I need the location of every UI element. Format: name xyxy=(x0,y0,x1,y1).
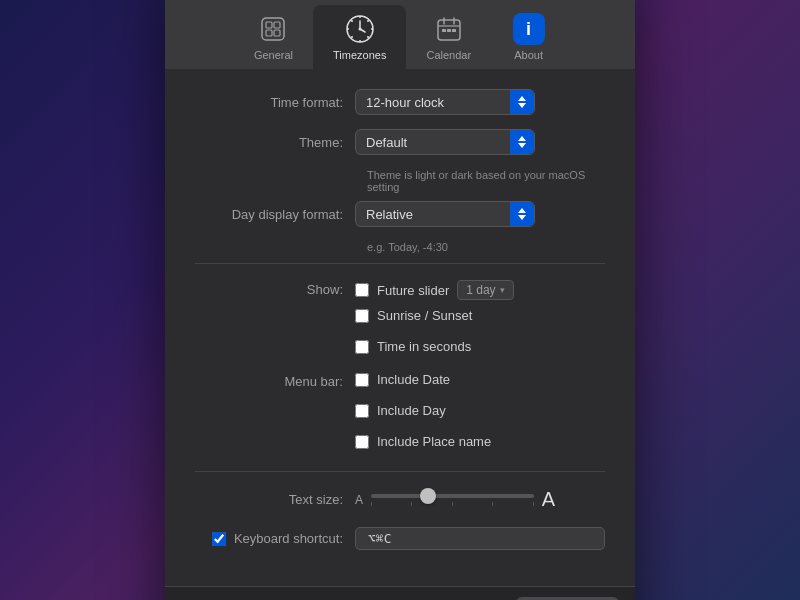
time-seconds-label: Time in seconds xyxy=(377,339,471,354)
svg-rect-2 xyxy=(274,22,280,28)
keyboard-shortcut-control: ⌥⌘C xyxy=(355,527,605,550)
day-badge[interactable]: 1 day ▾ xyxy=(457,280,513,300)
theme-arrow-up xyxy=(518,136,526,141)
future-slider-row: Future slider 1 day ▾ xyxy=(355,280,514,300)
future-slider-checkbox[interactable] xyxy=(355,283,369,297)
arrow-down-icon xyxy=(518,103,526,108)
text-size-small-a: A xyxy=(355,493,363,507)
sunrise-sunset-label: Sunrise / Sunset xyxy=(377,308,472,323)
text-size-large-a: A xyxy=(542,488,555,511)
calendar-icon xyxy=(433,13,465,45)
day-display-control: Relative xyxy=(355,201,605,227)
svg-point-11 xyxy=(367,20,369,22)
tick-2 xyxy=(411,502,412,506)
tick-1 xyxy=(371,502,372,506)
svg-rect-23 xyxy=(452,29,456,32)
text-size-row: Text size: A A xyxy=(195,488,605,511)
svg-point-7 xyxy=(359,40,361,42)
time-format-value: 12-hour clock xyxy=(356,91,510,114)
divider-1 xyxy=(195,263,605,264)
include-place-checkbox[interactable] xyxy=(355,435,369,449)
svg-rect-22 xyxy=(447,29,451,32)
time-format-select[interactable]: 12-hour clock xyxy=(355,89,535,115)
svg-rect-3 xyxy=(266,30,272,36)
day-display-arrows xyxy=(510,202,534,226)
day-display-hint: e.g. Today, -4:30 xyxy=(367,241,605,253)
day-badge-arrow: ▾ xyxy=(500,285,505,295)
tab-about-label: About xyxy=(514,49,543,61)
svg-rect-0 xyxy=(262,18,284,40)
svg-rect-1 xyxy=(266,22,272,28)
text-size-control: A A xyxy=(355,488,555,511)
theme-value: Default xyxy=(356,131,510,154)
day-arrow-down xyxy=(518,215,526,220)
time-format-label: Time format: xyxy=(195,95,355,110)
include-place-label: Include Place name xyxy=(377,434,491,449)
svg-point-8 xyxy=(347,28,349,30)
include-date-label: Include Date xyxy=(377,372,450,387)
show-section: Show: Future slider 1 day ▾ Sunrise / Su… xyxy=(195,280,605,362)
day-display-select[interactable]: Relative xyxy=(355,201,535,227)
include-day-checkbox[interactable] xyxy=(355,404,369,418)
time-format-control: 12-hour clock xyxy=(355,89,605,115)
theme-row: Theme: Default xyxy=(195,129,605,155)
svg-point-16 xyxy=(358,28,361,31)
menubar-section: Menu bar: Include Date Include Day Inclu… xyxy=(195,372,605,457)
time-seconds-checkbox[interactable] xyxy=(355,340,369,354)
slider-ticks xyxy=(371,502,534,506)
preferences-window: Preferences General xyxy=(165,0,635,600)
tab-calendar-label: Calendar xyxy=(426,49,471,61)
include-day-label: Include Day xyxy=(377,403,446,418)
day-display-value: Relative xyxy=(356,203,510,226)
menubar-label: Menu bar: xyxy=(195,372,355,389)
sunrise-sunset-row: Sunrise / Sunset xyxy=(355,308,514,323)
time-format-arrows xyxy=(510,90,534,114)
theme-select[interactable]: Default xyxy=(355,129,535,155)
keyboard-shortcut-value[interactable]: ⌥⌘C xyxy=(355,527,605,550)
svg-point-6 xyxy=(359,16,361,18)
svg-rect-21 xyxy=(442,29,446,32)
text-size-label: Text size: xyxy=(195,492,355,507)
keyboard-shortcut-checkbox[interactable] xyxy=(212,532,226,546)
include-date-row: Include Date xyxy=(355,372,491,387)
tab-general[interactable]: General xyxy=(234,5,313,69)
sunrise-sunset-checkbox[interactable] xyxy=(355,309,369,323)
arrow-up-icon xyxy=(518,96,526,101)
day-display-row: Day display format: Relative xyxy=(195,201,605,227)
menubar-checkboxes: Include Date Include Day Include Place n… xyxy=(355,372,491,457)
theme-hint: Theme is light or dark based on your mac… xyxy=(367,169,605,193)
bottom-bar: Start Clocker at login Permissions xyxy=(165,586,635,600)
show-label: Show: xyxy=(195,280,355,297)
slider-thumb[interactable] xyxy=(420,488,436,504)
general-icon xyxy=(257,13,289,45)
text-size-slider[interactable] xyxy=(371,494,534,498)
theme-arrows xyxy=(510,130,534,154)
keyboard-shortcut-row: Keyboard shortcut: ⌥⌘C xyxy=(195,527,605,550)
svg-point-13 xyxy=(367,36,369,38)
tick-3 xyxy=(452,502,453,506)
day-badge-value: 1 day xyxy=(466,283,495,297)
theme-arrow-down xyxy=(518,143,526,148)
future-slider-label: Future slider xyxy=(377,283,449,298)
divider-2 xyxy=(195,471,605,472)
svg-point-12 xyxy=(351,36,353,38)
svg-rect-4 xyxy=(274,30,280,36)
text-size-slider-container xyxy=(371,494,534,506)
time-format-row: Time format: 12-hour clock xyxy=(195,89,605,115)
keyboard-shortcut-text: Keyboard shortcut: xyxy=(234,531,343,546)
tab-about[interactable]: i About xyxy=(491,5,566,69)
theme-control: Default xyxy=(355,129,605,155)
include-date-checkbox[interactable] xyxy=(355,373,369,387)
tab-calendar[interactable]: Calendar xyxy=(406,5,491,69)
tab-timezones[interactable]: Timezones xyxy=(313,5,406,69)
show-checkboxes: Future slider 1 day ▾ Sunrise / Sunset T… xyxy=(355,280,514,362)
include-place-row: Include Place name xyxy=(355,434,491,449)
tick-5 xyxy=(533,502,534,506)
tab-general-label: General xyxy=(254,49,293,61)
theme-label: Theme: xyxy=(195,135,355,150)
include-day-row: Include Day xyxy=(355,403,491,418)
titlebar: Preferences General xyxy=(165,0,635,69)
about-icon: i xyxy=(513,13,545,45)
svg-point-10 xyxy=(351,20,353,22)
time-seconds-row: Time in seconds xyxy=(355,339,514,354)
